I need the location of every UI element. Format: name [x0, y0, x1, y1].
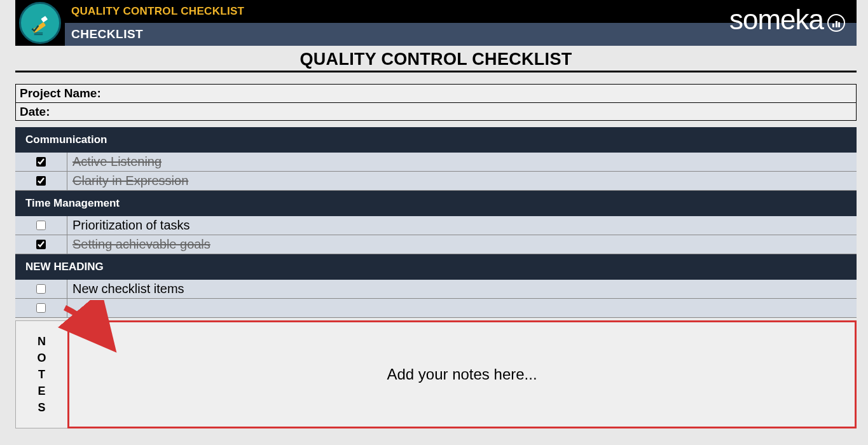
date-label: Date:	[20, 105, 50, 119]
notes-input-area[interactable]: Add your notes here...	[67, 320, 857, 428]
brand-text: someka	[729, 4, 823, 36]
notes-section: NOTES Add your notes here...	[15, 320, 857, 428]
header-subtitle: QUALITY CONTROL CHECKLIST	[71, 5, 244, 18]
item-label[interactable]: Prioritization of tasks	[67, 216, 857, 235]
project-info-table: Project Name: Date:	[15, 84, 857, 121]
brand-chart-icon	[827, 14, 845, 32]
checklist-row: Active Listening	[15, 153, 857, 172]
item-checkbox[interactable]	[36, 284, 46, 294]
notes-label-char: S	[38, 402, 45, 413]
item-label[interactable]: Active Listening	[67, 153, 857, 171]
section-heading: Communication	[15, 127, 857, 153]
notes-label-char: E	[38, 385, 45, 397]
project-name-row[interactable]: Project Name:	[16, 85, 856, 102]
checklist-row: Prioritization of tasks	[15, 216, 857, 235]
item-label[interactable]	[67, 299, 857, 317]
checkbox-cell	[15, 235, 67, 254]
item-label[interactable]: New checklist items	[67, 280, 857, 298]
notes-label-char: N	[38, 336, 46, 347]
notes-vertical-label: NOTES	[15, 320, 67, 428]
item-label[interactable]: Clarity in Expression	[67, 172, 857, 190]
notes-label-char: T	[38, 369, 45, 380]
section-heading: Time Management	[15, 191, 857, 216]
checkbox-cell	[15, 280, 67, 298]
notes-placeholder: Add your notes here...	[387, 366, 537, 383]
section-heading: NEW HEADING	[15, 254, 857, 280]
checklist-row: New checklist items	[15, 280, 857, 299]
item-label[interactable]: Setting achievable goals	[67, 235, 857, 254]
top-header: QUALITY CONTROL CHECKLIST CHECKLIST some…	[15, 0, 857, 46]
notes-label-char: O	[37, 352, 46, 364]
item-checkbox[interactable]	[36, 240, 46, 249]
checkbox-cell	[15, 172, 67, 190]
date-row[interactable]: Date:	[16, 102, 856, 120]
checkbox-cell	[15, 216, 67, 235]
brand-logo: someka	[729, 4, 845, 36]
checklist-row: Clarity in Expression	[15, 172, 857, 191]
checklist-row: Setting achievable goals	[15, 235, 857, 254]
header-section: CHECKLIST	[71, 27, 143, 41]
checklist-row	[15, 299, 857, 318]
logo-badge-icon	[19, 2, 61, 44]
item-checkbox[interactable]	[36, 157, 46, 167]
item-checkbox[interactable]	[36, 221, 46, 230]
item-checkbox[interactable]	[36, 176, 46, 186]
checkbox-cell	[15, 299, 67, 317]
item-checkbox[interactable]	[36, 303, 46, 313]
project-name-label: Project Name:	[20, 86, 101, 100]
svg-rect-1	[41, 16, 48, 22]
checkbox-cell	[15, 153, 67, 171]
page-title: QUALITY CONTROL CHECKLIST	[15, 50, 857, 72]
